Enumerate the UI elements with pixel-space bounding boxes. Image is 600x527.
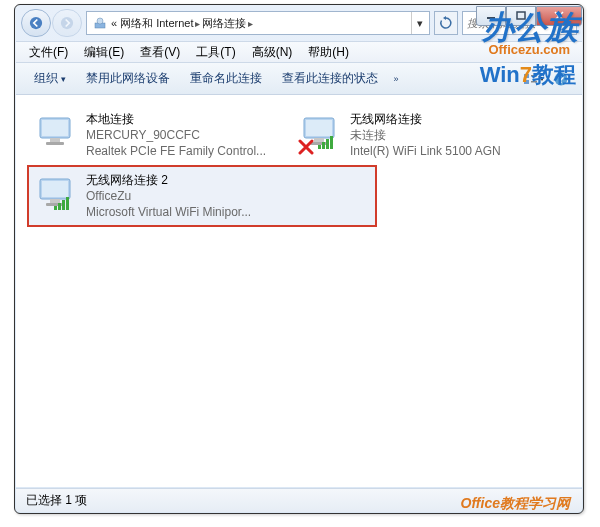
connection-device: Realtek PCIe FE Family Control... <box>86 143 266 159</box>
chevron-right-icon[interactable]: ▸ <box>195 18 200 29</box>
svg-rect-16 <box>50 138 60 142</box>
close-button[interactable] <box>536 6 582 26</box>
status-bar: 已选择 1 项 <box>16 488 582 512</box>
address-bar[interactable]: « 网络和 Internet ▸ 网络连接 ▸ ▾ <box>86 11 430 35</box>
breadcrumb-seg-2[interactable]: 网络连接 <box>202 16 246 31</box>
signal-bars-icon <box>318 135 336 153</box>
svg-rect-24 <box>326 139 329 149</box>
command-bar: 组织 禁用此网络设备 重命名此连接 查看此连接的状态 » ▾ ? <box>16 63 582 95</box>
explorer-window: « 网络和 Internet ▸ 网络连接 ▸ ▾ 文件(F) 编辑(E) 查看… <box>14 4 584 514</box>
connection-item[interactable]: 本地连接MERCURY_90CCFCRealtek PCIe FE Family… <box>28 105 292 166</box>
svg-rect-25 <box>330 136 333 149</box>
connection-network: OfficeZu <box>86 188 251 204</box>
window-controls <box>476 6 582 26</box>
status-text: 已选择 1 项 <box>26 492 87 509</box>
connection-network: MERCURY_90CCFC <box>86 127 266 143</box>
back-button[interactable] <box>21 9 51 37</box>
svg-rect-23 <box>322 142 325 149</box>
address-dropdown[interactable]: ▾ <box>411 12 427 34</box>
svg-rect-32 <box>62 200 65 210</box>
disable-device-button[interactable]: 禁用此网络设备 <box>76 67 180 90</box>
view-status-button[interactable]: 查看此连接的状态 <box>272 67 388 90</box>
connection-text: 本地连接MERCURY_90CCFCRealtek PCIe FE Family… <box>86 111 266 160</box>
view-options-button[interactable]: ▾ <box>520 67 546 91</box>
svg-rect-1 <box>517 12 525 19</box>
connection-name: 无线网络连接 2 <box>86 172 251 188</box>
minimize-button[interactable] <box>476 6 506 26</box>
menu-view[interactable]: 查看(V) <box>133 42 187 63</box>
help-button[interactable]: ? <box>548 67 574 91</box>
svg-rect-19 <box>306 120 332 136</box>
svg-rect-27 <box>42 181 68 197</box>
svg-point-3 <box>61 17 73 29</box>
rename-connection-button[interactable]: 重命名此连接 <box>180 67 272 90</box>
signal-bars-icon <box>54 196 72 214</box>
menu-advanced[interactable]: 高级(N) <box>245 42 300 63</box>
svg-point-2 <box>30 17 42 29</box>
connection-item[interactable]: 无线网络连接未连接Intel(R) WiFi Link 5100 AGN <box>292 105 556 166</box>
svg-rect-9 <box>524 80 529 84</box>
svg-point-5 <box>97 18 103 24</box>
connection-name: 无线网络连接 <box>350 111 501 127</box>
ethernet-adapter-icon <box>32 111 80 153</box>
overflow-chevron-icon[interactable]: » <box>394 74 399 84</box>
connection-text: 无线网络连接未连接Intel(R) WiFi Link 5100 AGN <box>350 111 501 160</box>
chevron-right-icon[interactable]: ▸ <box>248 18 253 29</box>
connection-device: Microsoft Virtual WiFi Minipor... <box>86 204 251 220</box>
connection-device: Intel(R) WiFi Link 5100 AGN <box>350 143 501 159</box>
menu-tools[interactable]: 工具(T) <box>189 42 242 63</box>
svg-rect-8 <box>524 74 529 78</box>
connection-item[interactable]: 无线网络连接 2OfficeZuMicrosoft Virtual WiFi M… <box>28 166 376 227</box>
svg-rect-15 <box>42 120 68 136</box>
svg-rect-11 <box>531 81 537 83</box>
menu-file[interactable]: 文件(F) <box>22 42 75 63</box>
error-x-icon <box>298 139 314 155</box>
connection-text: 无线网络连接 2OfficeZuMicrosoft Virtual WiFi M… <box>86 172 251 221</box>
svg-text:?: ? <box>558 74 564 85</box>
wifi-adapter-icon <box>296 111 344 153</box>
svg-rect-31 <box>58 203 61 210</box>
nav-buttons <box>21 9 82 37</box>
menu-help[interactable]: 帮助(H) <box>301 42 356 63</box>
connection-name: 本地连接 <box>86 111 266 127</box>
organize-menu[interactable]: 组织 <box>24 67 76 90</box>
menu-edit[interactable]: 编辑(E) <box>77 42 131 63</box>
breadcrumb-seg-1[interactable]: 网络和 Internet <box>120 16 193 31</box>
menu-bar: 文件(F) 编辑(E) 查看(V) 工具(T) 高级(N) 帮助(H) <box>16 41 582 63</box>
svg-rect-0 <box>487 17 495 19</box>
wifi-adapter-icon <box>32 172 80 214</box>
maximize-button[interactable] <box>506 6 536 26</box>
svg-rect-30 <box>54 206 57 210</box>
forward-button[interactable] <box>52 9 82 37</box>
location-icon <box>92 15 108 31</box>
connections-list: 本地连接MERCURY_90CCFCRealtek PCIe FE Family… <box>16 95 582 487</box>
svg-rect-22 <box>318 145 321 149</box>
svg-rect-17 <box>46 142 64 145</box>
breadcrumb-prefix: « <box>111 17 117 29</box>
svg-rect-33 <box>66 197 69 210</box>
refresh-button[interactable] <box>434 11 458 35</box>
svg-rect-10 <box>531 75 537 77</box>
connection-network: 未连接 <box>350 127 501 143</box>
